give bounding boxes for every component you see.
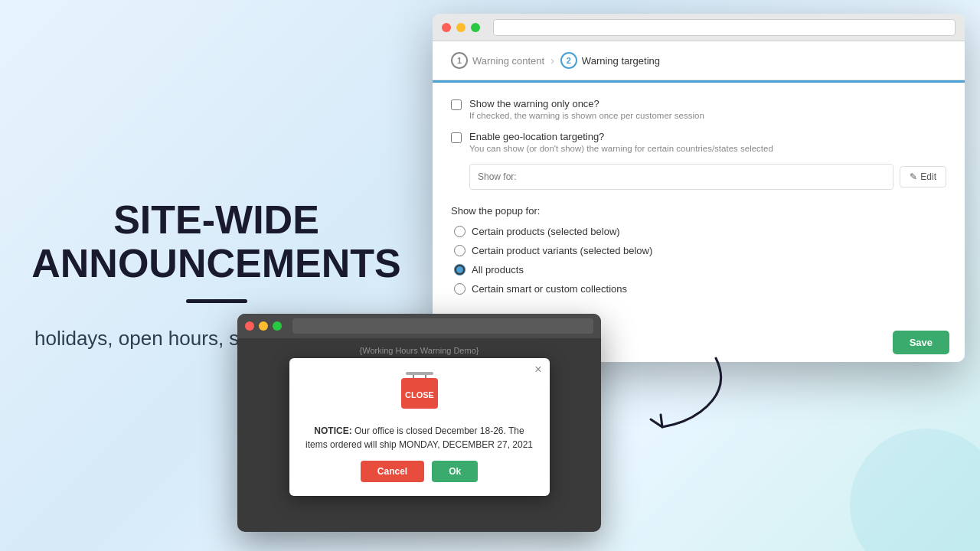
demo-minimize-dot[interactable] bbox=[259, 321, 268, 331]
title-divider bbox=[186, 299, 247, 303]
show-once-hint: If checked, the warning is shown once pe… bbox=[469, 111, 704, 120]
radio-all-products[interactable] bbox=[454, 264, 466, 276]
geo-targeting-content: Enable geo-location targeting? You can s… bbox=[469, 131, 773, 153]
main-title: SITE-WIDE ANNOUNCEMENTS bbox=[31, 198, 400, 285]
browser-titlebar bbox=[433, 14, 965, 41]
radio-item-3[interactable]: All products bbox=[454, 264, 946, 276]
show-for-input[interactable] bbox=[469, 164, 893, 190]
demo-close-dot[interactable] bbox=[245, 321, 254, 331]
svg-rect-2 bbox=[406, 372, 433, 375]
demo-page-label: {Working Hours Warning Demo} bbox=[360, 346, 479, 355]
decorative-circle bbox=[850, 429, 980, 551]
demo-browser-window: {Working Hours Warning Demo} × CLOSE NOT… bbox=[237, 314, 601, 532]
step-2-label: Warning targeting bbox=[582, 55, 660, 67]
main-browser-window: 1 Warning content › 2 Warning targeting … bbox=[433, 14, 965, 362]
radio-item-2[interactable]: Certain product variants (selected below… bbox=[454, 245, 946, 256]
address-bar[interactable] bbox=[493, 19, 956, 36]
show-for-row: ✎ Edit bbox=[469, 164, 946, 190]
step-1[interactable]: 1 Warning content bbox=[451, 52, 544, 80]
svg-text:CLOSE: CLOSE bbox=[405, 390, 434, 399]
radio-group: Certain products (selected below) Certai… bbox=[454, 226, 946, 295]
radio-certain-variants[interactable] bbox=[454, 245, 466, 256]
popup-icon-container: CLOSE bbox=[289, 372, 550, 416]
close-dot[interactable] bbox=[442, 23, 451, 32]
geo-targeting-checkbox[interactable] bbox=[451, 132, 462, 143]
show-once-label: Show the warning only once? bbox=[469, 98, 704, 109]
demo-fullscreen-dot[interactable] bbox=[273, 321, 282, 331]
step-1-number: 1 bbox=[451, 52, 468, 69]
show-once-content: Show the warning only once? If checked, … bbox=[469, 98, 704, 120]
popup-notice: NOTICE: Our office is closed December 18… bbox=[289, 424, 550, 461]
minimize-dot[interactable] bbox=[456, 23, 466, 32]
geo-targeting-row: Enable geo-location targeting? You can s… bbox=[451, 131, 946, 153]
geo-targeting-hint: You can show (or don't show) the warning… bbox=[469, 144, 773, 153]
popup-close-button[interactable]: × bbox=[534, 363, 541, 377]
radio-item-4[interactable]: Certain smart or custom collections bbox=[454, 283, 946, 295]
store-sign-icon: CLOSE bbox=[398, 372, 441, 416]
radio-label-1: Certain products (selected below) bbox=[472, 226, 620, 237]
show-once-row: Show the warning only once? If checked, … bbox=[451, 98, 946, 120]
popup-section-label: Show the popup for: bbox=[451, 205, 946, 217]
radio-label-4: Certain smart or custom collections bbox=[472, 283, 627, 295]
radio-certain-collections[interactable] bbox=[454, 283, 466, 295]
notice-prefix: NOTICE: bbox=[314, 425, 351, 436]
radio-label-3: All products bbox=[472, 264, 524, 276]
demo-address-bar[interactable] bbox=[292, 318, 593, 334]
arrow-annotation bbox=[639, 350, 739, 435]
demo-titlebar bbox=[237, 314, 601, 338]
pencil-icon: ✎ bbox=[910, 171, 917, 182]
step-2[interactable]: 2 Warning targeting bbox=[560, 52, 660, 80]
browser-footer: Save bbox=[877, 323, 965, 362]
fullscreen-dot[interactable] bbox=[471, 23, 480, 32]
cancel-button[interactable]: Cancel bbox=[361, 461, 424, 482]
wizard-steps: 1 Warning content › 2 Warning targeting bbox=[433, 41, 965, 80]
step-2-number: 2 bbox=[560, 52, 577, 69]
radio-certain-products[interactable] bbox=[454, 226, 466, 237]
save-button[interactable]: Save bbox=[893, 331, 949, 354]
popup-dialog: × CLOSE NOTICE: Our office is closed Dec… bbox=[289, 358, 550, 496]
radio-label-2: Certain product variants (selected below… bbox=[472, 245, 652, 256]
edit-button[interactable]: ✎ Edit bbox=[900, 166, 946, 187]
step-separator: › bbox=[550, 54, 554, 67]
radio-item-1[interactable]: Certain products (selected below) bbox=[454, 226, 946, 237]
geo-targeting-label: Enable geo-location targeting? bbox=[469, 131, 773, 142]
ok-button[interactable]: Ok bbox=[432, 461, 478, 482]
popup-buttons: Cancel Ok bbox=[289, 461, 550, 496]
step-1-label: Warning content bbox=[472, 55, 544, 67]
show-once-checkbox[interactable] bbox=[451, 99, 462, 110]
